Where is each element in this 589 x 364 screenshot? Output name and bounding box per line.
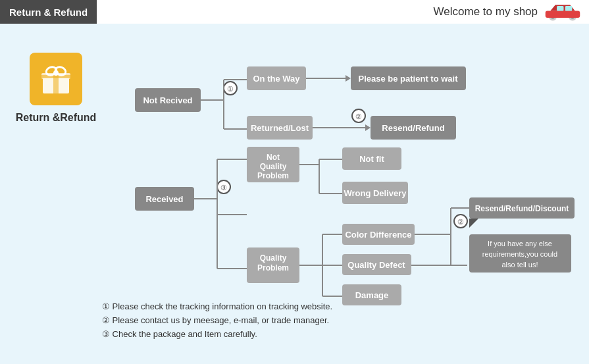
svg-rect-7 (565, 6, 573, 11)
svg-text:Not: Not (267, 153, 280, 162)
svg-text:②: ② (355, 113, 362, 120)
svg-text:①: ① (227, 85, 234, 93)
svg-text:Quality: Quality (260, 253, 287, 263)
car-icon (543, 2, 582, 22)
gift-icon-box (30, 53, 82, 105)
svg-rect-6 (557, 6, 564, 11)
svg-marker-34 (365, 124, 371, 131)
svg-text:Resend/Refund: Resend/Refund (382, 123, 444, 133)
svg-text:Quality Defect: Quality Defect (347, 260, 405, 270)
welcome-text: Welcome to my shop (434, 2, 589, 22)
svg-text:On the Way: On the Way (253, 74, 300, 84)
note-1: ① Please check the tracking information … (102, 300, 484, 314)
page-title: Return & Refund (0, 0, 97, 24)
svg-text:Returned/Lost: Returned/Lost (251, 123, 309, 133)
note-3: ③ Check the package and Item carefully. (102, 328, 484, 342)
svg-text:Not fit: Not fit (359, 154, 384, 164)
gift-icon (39, 62, 73, 96)
svg-text:If you have any else: If you have any else (488, 240, 552, 247)
svg-text:Please be patient to wait: Please be patient to wait (359, 74, 459, 84)
svg-text:Color Difference: Color Difference (345, 230, 411, 240)
svg-point-14 (53, 70, 59, 76)
svg-marker-26 (346, 75, 351, 82)
svg-text:Not Recived: Not Recived (143, 95, 192, 105)
left-panel: Return &Refund (13, 53, 99, 124)
flowchart: Not Recived ① On the Way Please be patie… (102, 30, 579, 307)
svg-text:Damage: Damage (355, 290, 389, 300)
svg-text:requirements,you could: requirements,you could (482, 250, 557, 258)
note-2: ② Please contact us by meesage, e-mail, … (102, 314, 484, 328)
svg-text:also tell us!: also tell us! (501, 261, 538, 269)
svg-text:Resend/Refund/Discount: Resend/Refund/Discount (475, 204, 569, 213)
svg-text:Problem: Problem (257, 171, 289, 180)
svg-text:Received: Received (145, 194, 183, 204)
svg-text:Wrong Delivery: Wrong Delivery (344, 188, 407, 198)
svg-text:②: ② (457, 218, 464, 226)
header: Return & Refund Welcome to my shop (0, 0, 589, 24)
svg-text:Quality: Quality (260, 162, 287, 171)
svg-text:③: ③ (220, 184, 227, 192)
svg-text:Problem: Problem (257, 263, 289, 273)
svg-rect-4 (546, 11, 580, 18)
return-label: Return &Refund (16, 112, 97, 124)
notes-section: ① Please check the tracking information … (102, 300, 484, 341)
svg-marker-78 (469, 219, 478, 228)
